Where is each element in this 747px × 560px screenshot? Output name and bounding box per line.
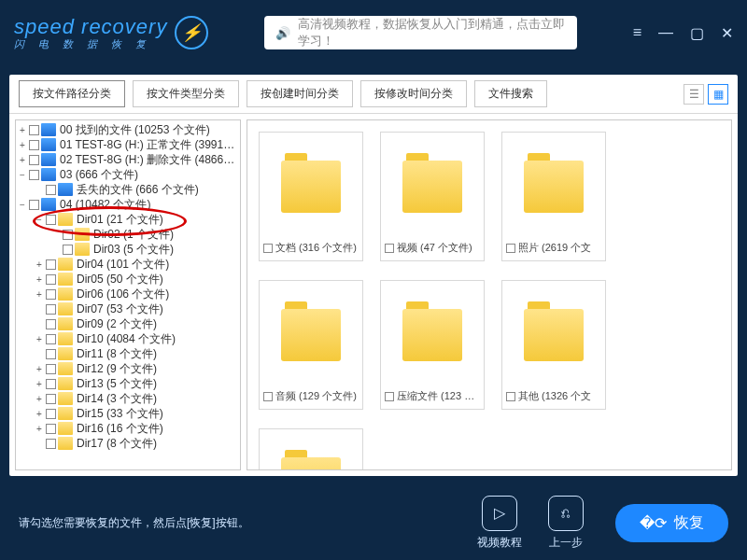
minimize-icon[interactable]: —	[658, 24, 673, 42]
tab-search[interactable]: 文件搜索	[474, 80, 547, 107]
tree-row[interactable]: Dir09 (2 个文件)	[16, 316, 240, 331]
category-card[interactable]: 照片 (2619 个文	[501, 132, 606, 261]
view-grid-icon[interactable]: ▦	[708, 84, 728, 105]
expand-icon[interactable]	[35, 304, 44, 315]
checkbox[interactable]	[63, 245, 73, 255]
checkbox[interactable]	[385, 244, 394, 253]
expand-icon[interactable]: +	[18, 140, 27, 150]
back-button[interactable]: ⎌ 上一步	[548, 496, 584, 551]
checkbox[interactable]	[46, 364, 56, 374]
file-grid[interactable]: 文档 (316 个文件)视频 (47 个文件)照片 (2619 个文音频 (12…	[247, 119, 732, 470]
checkbox[interactable]	[46, 424, 56, 434]
expand-icon[interactable]: −	[18, 200, 27, 210]
expand-icon[interactable]: +	[35, 259, 44, 270]
expand-icon[interactable]: −	[18, 170, 27, 180]
expand-icon[interactable]	[35, 185, 44, 195]
file-tree[interactable]: +00 找到的文件 (10253 个文件)+01 TEST-8G (H:) 正常…	[15, 119, 241, 470]
video-tutorial-button[interactable]: ▷ 视频教程	[477, 496, 522, 551]
checkbox[interactable]	[46, 394, 56, 404]
menu-icon[interactable]: ≡	[633, 24, 641, 42]
expand-icon[interactable]: +	[35, 409, 44, 419]
expand-icon[interactable]: −	[35, 215, 44, 225]
tree-row[interactable]: +02 TEST-8G (H:) 删除文件 (4866…	[16, 152, 240, 167]
checkbox[interactable]	[46, 259, 56, 270]
checkbox[interactable]	[46, 319, 56, 329]
tree-row[interactable]: Dir03 (5 个文件)	[16, 242, 240, 257]
checkbox[interactable]	[263, 392, 273, 401]
folder-icon	[58, 422, 73, 435]
folder-icon	[58, 392, 73, 405]
view-list-icon[interactable]: ☰	[684, 84, 704, 105]
expand-icon[interactable]: +	[18, 155, 27, 165]
expand-icon[interactable]: +	[35, 424, 44, 434]
checkbox[interactable]	[29, 170, 39, 180]
category-card[interactable]: 文档 (316 个文件)	[259, 132, 363, 261]
checkbox[interactable]	[46, 439, 56, 449]
tree-row[interactable]: +Dir14 (3 个文件)	[16, 391, 240, 406]
tree-row[interactable]: +Dir13 (5 个文件)	[16, 376, 240, 391]
maximize-icon[interactable]: ▢	[690, 24, 704, 42]
tree-row[interactable]: Dir07 (53 个文件)	[16, 301, 240, 316]
tree-row[interactable]: +Dir04 (101 个文件)	[16, 257, 240, 272]
tree-row[interactable]: Dir02 (1 个文件)	[16, 227, 240, 242]
expand-icon[interactable]	[35, 349, 44, 359]
checkbox[interactable]	[46, 185, 56, 195]
checkbox[interactable]	[29, 200, 39, 210]
tree-row[interactable]: Dir11 (8 个文件)	[16, 346, 240, 361]
expand-icon[interactable]: +	[35, 289, 44, 300]
expand-icon[interactable]: +	[35, 364, 44, 374]
tree-row[interactable]: −03 (666 个文件)	[16, 167, 240, 182]
tab-by-modified[interactable]: 按修改时间分类	[360, 80, 467, 107]
checkbox[interactable]	[29, 155, 39, 165]
tree-label: 00 找到的文件 (10253 个文件)	[60, 122, 210, 138]
tree-row[interactable]: 丢失的文件 (666 个文件)	[16, 182, 240, 197]
category-card[interactable]: 压缩文件 (123 …	[380, 280, 485, 410]
checkbox[interactable]	[46, 289, 56, 300]
tree-row[interactable]: +Dir12 (9 个文件)	[16, 361, 240, 376]
expand-icon[interactable]: +	[35, 379, 44, 389]
checkbox[interactable]	[29, 140, 39, 150]
checkbox[interactable]	[46, 215, 56, 225]
expand-icon[interactable]	[35, 439, 44, 449]
category-card[interactable]: 其他 (1326 个文	[501, 280, 606, 410]
tree-row[interactable]: +Dir16 (16 个文件)	[16, 421, 240, 436]
checkbox[interactable]	[263, 244, 273, 253]
close-icon[interactable]: ✕	[721, 24, 733, 42]
category-card[interactable]: 音频 (129 个文件)	[259, 280, 363, 410]
expand-icon[interactable]: +	[18, 125, 27, 135]
checkbox[interactable]	[46, 409, 56, 419]
expand-icon[interactable]: +	[35, 334, 44, 344]
tree-row[interactable]: +Dir15 (33 个文件)	[16, 406, 240, 421]
tree-row[interactable]: +00 找到的文件 (10253 个文件)	[16, 122, 240, 137]
tree-row[interactable]: +Dir10 (4084 个文件)	[16, 331, 240, 346]
recover-button[interactable]: �⟳ 恢复	[615, 504, 728, 542]
checkbox[interactable]	[46, 334, 56, 344]
checkbox[interactable]	[506, 244, 515, 253]
checkbox[interactable]	[46, 379, 56, 389]
checkbox[interactable]	[385, 392, 394, 401]
checkbox[interactable]	[46, 349, 56, 359]
tree-row[interactable]: Dir17 (8 个文件)	[16, 436, 240, 451]
expand-icon[interactable]: +	[35, 394, 44, 404]
checkbox[interactable]	[46, 304, 56, 315]
expand-icon[interactable]	[51, 230, 61, 240]
expand-icon[interactable]: +	[35, 274, 44, 285]
expand-icon[interactable]	[35, 319, 44, 329]
tree-row[interactable]: +Dir05 (50 个文件)	[16, 272, 240, 287]
tree-row[interactable]: −Dir01 (21 个文件)	[16, 212, 240, 227]
checkbox[interactable]	[63, 230, 73, 240]
tab-by-created[interactable]: 按创建时间分类	[247, 80, 353, 107]
category-card[interactable]: 视频 (47 个文件)	[380, 132, 485, 261]
tree-row[interactable]: +01 TEST-8G (H:) 正常文件 (3991…	[16, 137, 240, 152]
expand-icon[interactable]	[51, 245, 61, 255]
tab-by-type[interactable]: 按文件类型分类	[133, 80, 239, 107]
folder-icon	[402, 309, 462, 361]
checkbox[interactable]	[29, 125, 39, 135]
tree-row[interactable]: −04 (10482 个文件)	[16, 197, 240, 212]
checkbox[interactable]	[46, 274, 56, 285]
tab-by-path[interactable]: 按文件路径分类	[19, 80, 125, 107]
category-card[interactable]: 图像 (5693 个文	[259, 428, 363, 470]
checkbox[interactable]	[506, 392, 515, 401]
tree-row[interactable]: +Dir06 (106 个文件)	[16, 287, 240, 301]
promo-banner[interactable]: 🔊 高清视频教程，数据恢复从入门到精通，点击立即学习！	[264, 16, 576, 49]
